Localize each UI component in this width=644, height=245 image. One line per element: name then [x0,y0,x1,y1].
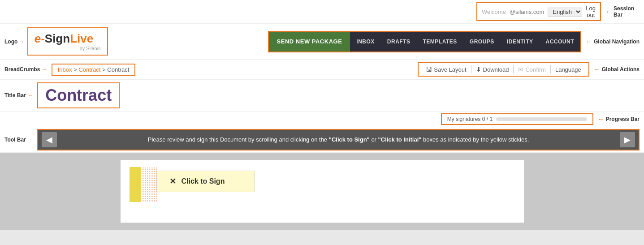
session-bar: Welcome @silanis.com English Log out [476,2,601,21]
nav-item-account[interactable]: ACCOUNT [539,32,580,52]
document-page: ✕ Click to Sign [121,160,524,223]
dotted-pattern [141,167,157,202]
click-to-sign-label: Click to Sign [182,177,225,185]
breadcrumb-box: Inbox > Contract > Contract [52,64,136,76]
logout-button[interactable]: Log out [586,5,596,18]
breadcrumbs-label: BreadCrumbs → [4,66,47,73]
send-new-package-button[interactable]: SEND NEW PACKAGE [269,32,350,52]
global-actions-label: ← Global Actions [594,66,640,73]
click-to-sign-x: ✕ [169,176,176,186]
progress-current: 0 [482,116,485,122]
toolbar-prev-button[interactable]: ◀ [42,132,57,147]
global-nav-label: ← Global Navigation [586,38,640,45]
progress-total: 1 [489,116,493,122]
nav-menu: INBOX DRAFTS TEMPLATES GROUPS IDENTITY A… [350,32,580,52]
global-nav: SEND NEW PACKAGE INBOX DRAFTS TEMPLATES … [268,31,581,52]
nav-item-groups[interactable]: GROUPS [463,32,501,52]
nav-item-drafts[interactable]: DRAFTS [381,32,417,52]
breadcrumb-contract1[interactable]: Contract [78,66,100,73]
toolbar-label: Tool Bar → [4,137,33,143]
session-bar-label: ← Session Bar [605,5,640,18]
download-button[interactable]: ⬇ Download [473,65,512,74]
save-layout-button[interactable]: 🖫 Save Layout [423,65,469,74]
document-area: ✕ Click to Sign [0,153,644,230]
progress-bar-box: My signatures 0 / 1 [441,113,593,125]
download-icon: ⬇ [476,66,481,73]
toolbar-box: ◀ Please review and sign this Document b… [37,129,640,150]
confirm-icon: ✉ [518,66,523,73]
nav-item-templates[interactable]: TEMPLATES [417,32,463,52]
save-layout-icon: 🖫 [426,66,432,73]
language-select[interactable]: English [548,7,582,17]
progress-text: My signatures 0 / 1 [447,116,493,122]
sticky-note [130,167,141,202]
title-bar-label: Title Bar → [4,92,33,99]
language-button[interactable]: Language [553,65,584,74]
nav-item-identity[interactable]: IDENTITY [501,32,540,52]
confirm-button[interactable]: ✉ Confirm [515,65,549,74]
global-actions-box: 🖫 Save Layout ⬇ Download ✉ Confirm Langu… [418,62,589,77]
welcome-text: Welcome [482,9,506,15]
title-text: Contract [45,86,112,104]
logo-box: e-SignLive by Silanis [27,27,108,56]
nav-item-inbox[interactable]: INBOX [350,32,381,52]
progress-track [496,117,587,121]
breadcrumb-inbox[interactable]: Inbox [58,66,72,73]
breadcrumb-contract2: Contract [107,66,129,73]
toolbar-next-button[interactable]: ▶ [620,132,635,147]
title-bar-box: Contract [37,82,120,108]
toolbar-message: Please review and sign this Document by … [61,135,616,144]
email-text: @silanis.com [510,9,545,15]
click-to-sign-button[interactable]: ✕ Click to Sign [156,171,255,192]
progress-bar-label: ← Progress Bar [598,116,640,123]
logo-by: by Silanis [35,46,101,51]
logo-label: Logo → [4,39,25,45]
